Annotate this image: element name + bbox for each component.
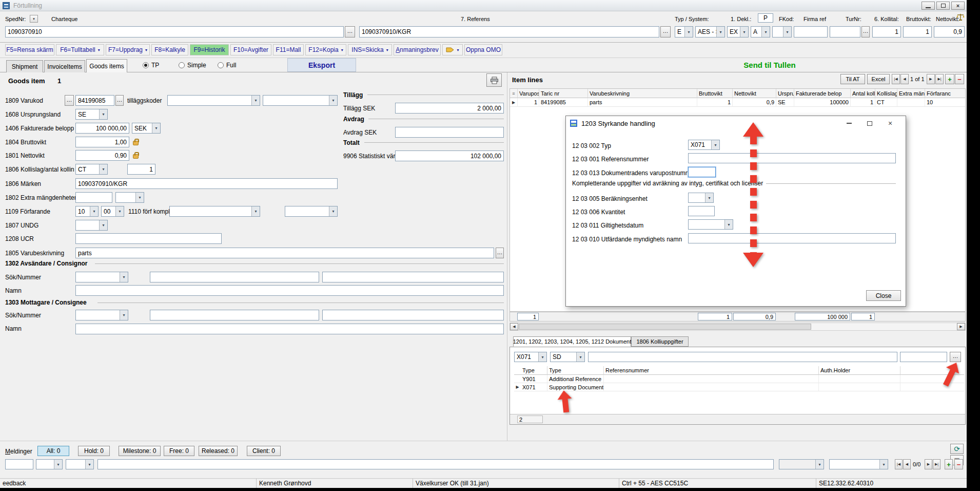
tab-invoiceitems[interactable]: InvoiceItems <box>44 60 85 72</box>
col-taric[interactable]: Taric nr <box>539 89 588 98</box>
system-combo[interactable]: AES - S <box>695 26 725 37</box>
col-fakturerade[interactable]: Fakturerade belop <box>794 89 851 98</box>
referens-input[interactable]: 1090370910/KGR <box>359 26 659 37</box>
message-category-combo[interactable] <box>829 459 888 469</box>
turnr-ellipsis-button[interactable] <box>861 26 870 37</box>
col-bruttovikt[interactable]: Bruttovikt <box>697 89 733 98</box>
next-record-button[interactable] <box>927 74 935 84</box>
tillaggskod-combo-2[interactable] <box>263 95 338 106</box>
radio-simple[interactable]: Simple <box>179 62 206 69</box>
extra-mangd-combo[interactable] <box>115 192 144 203</box>
f11-mall-button[interactable]: F11=Mall <box>273 44 304 55</box>
col-nettovikt[interactable]: Nettovikt <box>733 89 776 98</box>
f9-historik-button[interactable]: F9=Historik <box>190 44 229 55</box>
dok-col-type[interactable]: Type <box>547 366 604 375</box>
dokument-auth-input[interactable] <box>900 352 947 362</box>
message-text-input[interactable] <box>97 459 774 469</box>
dialog-referensnummer-input[interactable] <box>688 153 896 163</box>
dialog-giltighetsdatum-combo[interactable] <box>688 219 733 230</box>
col-extra-mangd[interactable]: Extra mäng <box>897 89 925 98</box>
radio-full[interactable]: Full <box>218 62 236 69</box>
f6-tulltabell-button[interactable]: F6=Tulltabell▾ <box>56 44 104 55</box>
firmaref-input[interactable] <box>794 26 828 37</box>
col-varupost[interactable]: Varupost <box>518 89 539 98</box>
message-last-button[interactable] <box>933 459 940 469</box>
valuta-combo[interactable]: SEK <box>132 123 161 134</box>
message-prev-button[interactable] <box>903 459 911 469</box>
f10-avgifter-button[interactable]: F10=Avgifter <box>230 44 271 55</box>
ursprungsland-combo[interactable]: SE <box>75 109 108 120</box>
varukod-search-button[interactable] <box>65 95 74 106</box>
add-row-button[interactable] <box>945 74 954 84</box>
send-til-tullen-button[interactable]: Send til Tullen <box>616 58 924 72</box>
ins-skicka-button[interactable]: INS=Skicka▾ <box>348 44 392 55</box>
f12-kopia-button[interactable]: F12=Kopia▾ <box>305 44 346 55</box>
bruttovikt-form-input[interactable]: 1,00 <box>75 137 129 147</box>
hscrollbar[interactable] <box>509 323 966 331</box>
tag-dropdown-button[interactable]: ▾ <box>442 44 463 55</box>
oppna-omo-button[interactable]: Oppna OMO <box>464 44 502 55</box>
a-combo[interactable]: A <box>751 26 770 37</box>
minimize-button[interactable] <box>922 2 935 10</box>
forfarande-combo-2[interactable]: 00 <box>101 206 124 217</box>
filter-free-button[interactable]: Free: 0 <box>164 446 194 456</box>
kollital-input[interactable]: 1 <box>872 26 901 37</box>
dialog-berakningsenhet-combo[interactable] <box>688 193 714 203</box>
delete-row-button[interactable] <box>955 74 964 84</box>
spednr-ellipsis-button[interactable] <box>345 26 355 37</box>
turnr-input[interactable] <box>830 26 860 37</box>
table-row[interactable]: ▶ X071 Supporting Document <box>514 383 964 391</box>
forf-kompl-combo-1[interactable] <box>169 206 260 217</box>
avsandare-namn-input[interactable] <box>75 285 504 296</box>
message-delete-button[interactable] <box>954 459 963 469</box>
filter-all-button[interactable]: All: 0 <box>37 446 69 456</box>
prev-record-button[interactable] <box>900 74 909 84</box>
message-add-button[interactable] <box>945 459 953 469</box>
col-antal-kollin[interactable]: Antal kollin <box>851 89 875 98</box>
avsandare-sok-combo[interactable] <box>75 272 128 282</box>
varukod-ellipsis-button[interactable] <box>115 95 124 106</box>
excel-button[interactable]: Excel <box>867 74 890 84</box>
til-at-button[interactable]: Til AT <box>840 74 865 84</box>
eksport-header[interactable]: Eksport <box>287 58 356 72</box>
dokument-type-combo[interactable]: X071 <box>514 352 547 362</box>
message-next-button[interactable] <box>925 459 932 469</box>
scroll-thumb[interactable] <box>519 324 811 330</box>
mottagare-extra-input[interactable] <box>322 310 504 320</box>
fkod-combo[interactable] <box>772 26 792 37</box>
tab-shipment[interactable]: Shipment <box>6 60 43 72</box>
tab-kolliuppgifter[interactable]: 1806 Kolliuppgifter <box>631 336 689 347</box>
varubeskrivning-ellipsis-button[interactable] <box>496 248 504 258</box>
mottagare-namn-input[interactable] <box>75 324 504 334</box>
spednr-dropdown-button[interactable]: ▾ <box>30 15 38 23</box>
dialog-maximize-button[interactable] <box>864 118 876 128</box>
f8-kalkyle-button[interactable]: F8=Kalkyle <box>151 44 188 55</box>
ucr-input[interactable] <box>75 233 222 244</box>
nettovikt-input[interactable]: 0,9 <box>934 26 965 37</box>
scroll-right-button[interactable] <box>957 323 965 330</box>
tillagg-sek-input[interactable]: 2 000,00 <box>395 103 504 114</box>
antal-kollin-input[interactable]: 1 <box>127 164 155 175</box>
fakturerade-input[interactable]: 100 000,00 <box>75 123 129 134</box>
kollislag-combo[interactable]: CT <box>75 164 108 175</box>
filter-hold-button[interactable]: Hold: 0 <box>78 446 110 456</box>
deklarationstyp-combo[interactable]: EX <box>727 26 749 37</box>
refresh-button[interactable]: ⟳ <box>950 444 964 454</box>
dialog-title-bar[interactable]: 1203 Styrkande handling × <box>566 116 906 130</box>
tab-dokument[interactable]: 1201, 1202, 1203, 1204, 1205, 1212 Dokum… <box>513 336 631 347</box>
referens-ellipsis-button[interactable] <box>660 26 671 37</box>
bruttovikt-input[interactable]: 1 <box>903 26 932 37</box>
avsandare-extra-input[interactable] <box>322 272 504 282</box>
filter-milestone-button[interactable]: Milestone: 0 <box>119 446 161 456</box>
mottagare-nummer-input[interactable] <box>150 310 319 320</box>
message-type-combo[interactable] <box>36 459 63 469</box>
col-ursprung[interactable]: Ursprur <box>776 89 794 98</box>
filter-client-button[interactable]: Client: 0 <box>247 446 281 456</box>
close-button[interactable]: × <box>951 2 965 10</box>
table-row[interactable]: Y901 Additional Reference <box>514 375 964 383</box>
dokument-kind-combo[interactable]: SD <box>550 352 585 362</box>
f5-rensa-skarm-button[interactable]: F5=Rensa skärm <box>5 44 54 55</box>
filter-released-button[interactable]: Released: 0 <box>199 446 238 456</box>
nettovikt-form-input[interactable]: 0,90 <box>75 150 129 161</box>
varubeskrivning-input[interactable]: parts <box>75 248 494 258</box>
